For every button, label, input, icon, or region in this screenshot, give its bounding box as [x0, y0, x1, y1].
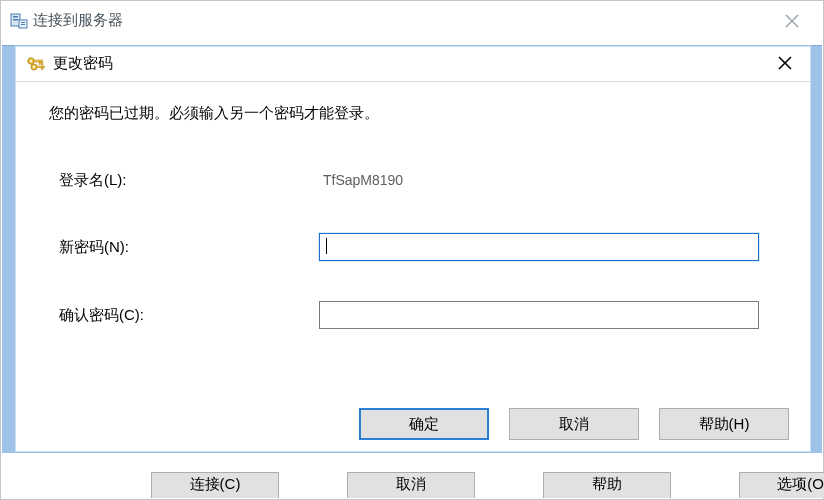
confirm-password-label: 确认密码(C): — [49, 306, 319, 325]
form-area: 登录名(L): TfSapM8190 新密码(N): 确认密码(C): — [49, 167, 787, 329]
dialog-close-button[interactable] — [763, 48, 807, 78]
connect-to-server-window: 连接到服务器 — [0, 0, 824, 500]
svg-point-14 — [33, 66, 35, 68]
cancel-button[interactable]: 取消 — [509, 408, 639, 440]
new-password-label: 新密码(N): — [49, 238, 319, 257]
bg-connect-button[interactable]: 连接(C) — [151, 472, 279, 498]
server-icon — [9, 11, 29, 31]
svg-rect-5 — [21, 24, 25, 25]
bg-help-button[interactable]: 帮助 — [543, 472, 671, 498]
svg-rect-4 — [21, 22, 25, 23]
svg-rect-10 — [34, 60, 43, 62]
confirm-password-input[interactable] — [319, 301, 759, 329]
login-label: 登录名(L): — [49, 171, 319, 190]
help-button[interactable]: 帮助(H) — [659, 408, 789, 440]
text-caret — [326, 238, 327, 254]
dialog-titlebar: 更改密码 — [15, 46, 811, 82]
new-password-row: 新密码(N): — [49, 233, 787, 261]
dialog-body: 您的密码已过期。必须输入另一个密码才能登录。 登录名(L): TfSapM819… — [15, 82, 811, 329]
dialog-message: 您的密码已过期。必须输入另一个密码才能登录。 — [49, 104, 787, 123]
bg-cancel-button[interactable]: 取消 — [347, 472, 475, 498]
svg-rect-11 — [39, 62, 41, 64]
keys-icon — [25, 54, 47, 74]
outer-titlebar: 连接到服务器 — [1, 1, 823, 41]
bg-options-button[interactable]: 选项(O) — [739, 472, 824, 498]
ok-button[interactable]: 确定 — [359, 408, 489, 440]
dialog-title: 更改密码 — [53, 54, 113, 73]
svg-rect-2 — [13, 19, 18, 21]
confirm-password-row: 确认密码(C): — [49, 301, 787, 329]
button-bar: 确定 取消 帮助(H) — [359, 408, 789, 440]
outer-close-button[interactable] — [769, 5, 815, 37]
outer-title: 连接到服务器 — [33, 11, 123, 30]
close-icon — [785, 14, 799, 28]
login-row: 登录名(L): TfSapM8190 — [49, 167, 787, 193]
svg-point-9 — [30, 59, 32, 61]
svg-rect-12 — [41, 62, 43, 65]
close-icon — [778, 56, 792, 70]
svg-rect-1 — [13, 16, 18, 18]
svg-rect-16 — [42, 67, 43, 69]
change-password-dialog: 更改密码 您的密码已过期。必须输入另一个密码才能登录。 登录名(L): TfSa… — [14, 45, 812, 453]
new-password-input[interactable] — [319, 233, 759, 261]
decorative-strip — [2, 45, 14, 453]
svg-rect-15 — [36, 66, 44, 68]
login-value: TfSapM8190 — [319, 167, 759, 193]
background-button-row: 连接(C) 取消 帮助 选项(O) — [151, 472, 824, 498]
